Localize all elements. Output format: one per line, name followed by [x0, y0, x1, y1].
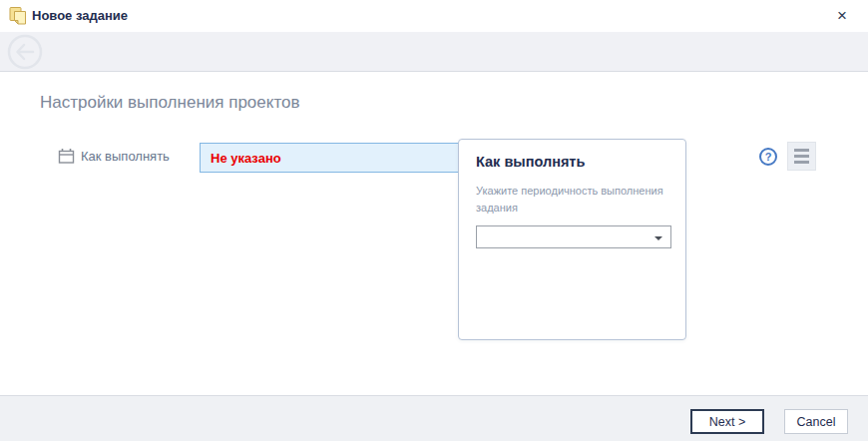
setting-row-how-to-execute: Как выполнять Не указано	[0, 143, 868, 173]
title-bar: Новое задание ×	[0, 0, 868, 32]
next-button[interactable]: Next >	[690, 409, 764, 434]
how-to-execute-popup: Как выполнять Укажите периодичность выпо…	[458, 139, 686, 340]
footer-bar: Next > Cancel	[0, 395, 868, 441]
setting-value-not-specified: Не указано	[211, 151, 281, 166]
page-title: Настройки выполнения проектов	[40, 93, 299, 113]
toolbar	[0, 32, 868, 72]
how-to-execute-field[interactable]: Не указано	[200, 143, 459, 173]
chevron-down-icon	[654, 236, 662, 240]
menu-button[interactable]	[787, 142, 816, 171]
help-button[interactable]: ?	[759, 148, 777, 166]
cancel-button[interactable]: Cancel	[784, 409, 848, 434]
setting-label: Как выполнять	[81, 149, 170, 164]
wizard-page: Настройки выполнения проектов Как выполн…	[0, 73, 868, 395]
question-mark-icon: ?	[765, 151, 772, 163]
new-task-dialog: Новое задание × Настройки выполнения про…	[0, 0, 868, 441]
task-notes-icon	[8, 6, 28, 26]
popup-title: Как выполнять	[476, 154, 669, 170]
back-button[interactable]	[7, 34, 43, 70]
window-title: Новое задание	[32, 8, 128, 23]
calendar-icon	[58, 148, 75, 165]
popup-description: Укажите периодичность выполнения задания	[476, 183, 675, 217]
periodicity-combobox[interactable]	[476, 225, 671, 248]
hamburger-icon	[794, 149, 809, 152]
close-button[interactable]: ×	[830, 4, 854, 28]
